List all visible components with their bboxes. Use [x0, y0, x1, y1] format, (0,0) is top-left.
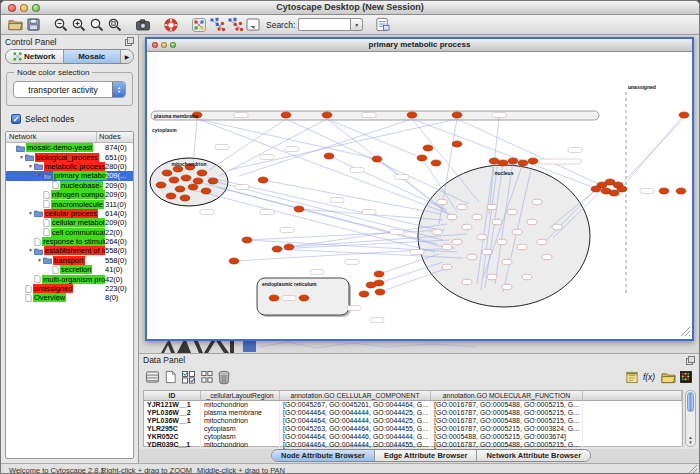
expand-arrow-icon[interactable]: ▼	[36, 171, 43, 180]
tab-edge-attribute-browser[interactable]: Edge Attribute Browser	[375, 450, 477, 461]
network-tree-row[interactable]: response to stimulu264(0)	[6, 237, 133, 246]
graph-node[interactable]	[299, 295, 309, 301]
network-tree-row[interactable]: ▼establishment of lo558(0)	[6, 246, 133, 255]
select-attributes-icon[interactable]	[179, 368, 197, 386]
graph-node[interactable]	[229, 258, 239, 264]
tab-network-attribute-browser[interactable]: Network Attribute Browser	[477, 450, 590, 461]
tree-column-nodes[interactable]: Nodes	[97, 132, 133, 142]
table-cell[interactable]: [GO:0044464, GO:0044444, GO:0044425, G..…	[280, 417, 431, 425]
zoom-in-icon[interactable]	[70, 16, 88, 34]
graph-node[interactable]	[487, 274, 497, 280]
graph-node[interactable]	[284, 244, 294, 250]
graph-node[interactable]	[542, 254, 552, 260]
network-tree-row[interactable]: unassigned223(0)	[6, 284, 133, 293]
search-input[interactable]	[298, 18, 350, 31]
table-cell[interactable]: mitochondrion	[201, 401, 280, 409]
table-row[interactable]: YDR039C__1mitochondrion[GO:0044464, GO:0…	[144, 441, 682, 449]
graph-node[interactable]	[472, 214, 482, 220]
graph-node[interactable]	[522, 274, 532, 280]
network-window-titlebar[interactable]: primary metabolic process	[147, 39, 692, 52]
table-cell[interactable]: [GO:0044464, GO:0044446, GO:0044444, G..…	[280, 433, 431, 441]
graph-node[interactable]	[659, 188, 669, 194]
network-tree-row[interactable]: ▼transport558(0)	[6, 256, 133, 265]
graph-node[interactable]	[477, 234, 487, 240]
heatmap-icon[interactable]	[677, 368, 695, 386]
graph-edge[interactable]	[327, 119, 422, 158]
graph-node[interactable]	[258, 177, 268, 183]
notes-icon[interactable]	[623, 368, 641, 386]
graph-node[interactable]	[324, 153, 334, 159]
unselect-attributes-icon[interactable]	[197, 368, 215, 386]
graph-node[interactable]	[502, 259, 512, 265]
table-row[interactable]: YPL036W__1mitochondrion[GO:0044464, GO:0…	[144, 417, 682, 425]
graph-node[interactable]	[467, 254, 477, 260]
graph-node[interactable]	[193, 178, 203, 184]
table-cell[interactable]: [GO:0045267, GO:0045261, GO:0044464, G..…	[280, 401, 431, 409]
resize-grip-icon[interactable]	[688, 464, 698, 474]
table-cell[interactable]: YPL036W__1	[144, 417, 201, 425]
graph-node[interactable]	[180, 195, 190, 201]
formula-icon[interactable]: f(x)	[641, 368, 659, 386]
network-tree-row[interactable]: ▼primary metabo209(...	[6, 171, 133, 180]
graph-node[interactable]	[507, 209, 517, 215]
graph-node[interactable]	[552, 224, 562, 230]
graph-node[interactable]	[359, 291, 369, 297]
table-cell[interactable]: [GO:0016787, GO:0005488, GO:0005215, G..…	[431, 417, 583, 425]
column-header-region[interactable]: _cellularLayoutRegion	[201, 391, 280, 400]
select-nodes-checkbox[interactable]: ✓	[11, 114, 21, 124]
snapshot-icon[interactable]	[134, 16, 152, 34]
graph-edge[interactable]	[263, 180, 441, 214]
graph-node[interactable]	[201, 188, 211, 194]
graph-node[interactable]	[591, 186, 601, 192]
graph-node[interactable]	[366, 282, 376, 288]
expand-arrow-icon[interactable]: ▼	[18, 153, 25, 162]
graph-node[interactable]	[527, 219, 537, 225]
table-cell[interactable]: [GO:0016787, GO:0005488, GO:0005215, G..…	[431, 441, 583, 449]
table-cell[interactable]: [GO:0044464, GO:0044444, GO:0044425, G..…	[280, 409, 431, 417]
table-cell[interactable]: [GO:0045263, GO:0044464, GO:0044455, G..…	[280, 425, 431, 433]
graph-node[interactable]	[617, 186, 627, 192]
table-cell[interactable]: plasma membrane	[201, 409, 280, 417]
graph-node[interactable]	[156, 182, 166, 188]
tab-node-attribute-browser[interactable]: Node Attribute Browser	[272, 450, 375, 461]
graph-node[interactable]	[432, 229, 442, 235]
float-panel-icon[interactable]	[686, 356, 695, 365]
table-cell[interactable]: YLR295C	[144, 425, 201, 433]
graph-node[interactable]	[462, 224, 472, 230]
graph-node[interactable]	[431, 160, 441, 166]
table-cell[interactable]: cytoplasm	[201, 433, 280, 441]
network-tree-row[interactable]: ▼biological_process651(0)	[6, 152, 133, 161]
search-dropdown-button[interactable]: ▼	[350, 18, 363, 31]
graph-node[interactable]	[242, 237, 252, 243]
graph-node[interactable]	[532, 199, 542, 205]
graph-node[interactable]	[679, 112, 689, 118]
float-panel-icon[interactable]	[125, 37, 134, 46]
tab-mosaic[interactable]: Mosaic	[64, 50, 122, 63]
graph-node[interactable]	[508, 158, 518, 164]
graph-edge[interactable]	[197, 119, 457, 217]
table-row[interactable]: YKR052Ccytoplasm[GO:0044464, GO:0044446,…	[144, 433, 682, 441]
graph-node[interactable]	[442, 244, 452, 250]
graph-node[interactable]	[512, 229, 522, 235]
column-header-cellular-component[interactable]: annotation.GO CELLULAR_COMPONENT	[280, 391, 431, 400]
graph-node[interactable]	[162, 170, 172, 176]
table-cell[interactable]: YDR039C__1	[144, 441, 201, 449]
network-tree-row[interactable]: ▼metabolic process280(0)	[6, 162, 133, 171]
table-cell[interactable]: cytoplasm	[201, 425, 280, 433]
table-cell[interactable]: [GO:0044464, GO:0044444, GO:0044455, G..…	[280, 441, 431, 449]
save-icon[interactable]	[24, 16, 42, 34]
network-tree-row[interactable]: secretion41(0)	[6, 265, 133, 274]
network-tree-row[interactable]: Overview8(0)	[6, 293, 133, 302]
graph-node[interactable]	[482, 249, 492, 255]
table-cell[interactable]: mitochondrion	[201, 417, 280, 425]
graph-node[interactable]	[208, 178, 218, 184]
table-cell[interactable]: [GO:0016787, GO:0005488, GO:0005215, G..…	[431, 401, 583, 409]
scrollbar-thumb[interactable]	[687, 392, 694, 412]
graph-node[interactable]	[676, 188, 686, 194]
graph-node[interactable]	[372, 156, 382, 162]
graph-node[interactable]	[442, 264, 452, 270]
graph-node[interactable]	[528, 158, 538, 164]
graph-node[interactable]	[452, 239, 462, 245]
graph-node[interactable]	[272, 246, 282, 252]
graph-edge[interactable]	[329, 156, 447, 210]
